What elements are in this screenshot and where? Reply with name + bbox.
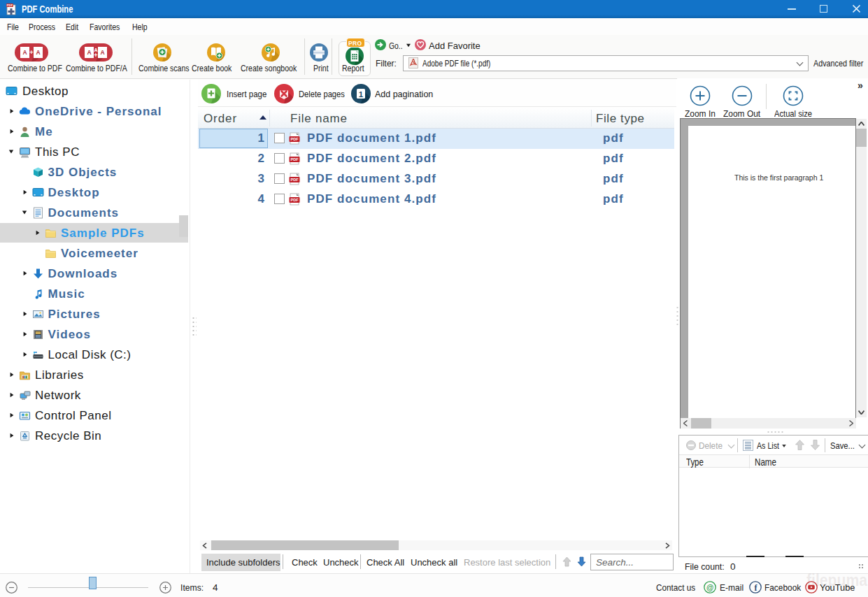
- svg-text:+: +: [29, 49, 33, 56]
- svg-text:PDF: PDF: [290, 178, 299, 182]
- svg-text:+: +: [94, 52, 97, 59]
- svg-text:A: A: [87, 49, 91, 56]
- svg-text:PDF: PDF: [290, 157, 299, 161]
- svg-text:A: A: [36, 49, 40, 56]
- svg-text:f: f: [755, 583, 758, 593]
- svg-text:1: 1: [359, 90, 364, 99]
- svg-text:PDF: PDF: [290, 137, 299, 141]
- svg-text:A: A: [100, 49, 104, 56]
- svg-text:PDF: PDF: [290, 198, 299, 202]
- svg-text:A: A: [22, 49, 27, 56]
- svg-text:PDF: PDF: [7, 3, 13, 7]
- svg-text:@: @: [706, 583, 713, 591]
